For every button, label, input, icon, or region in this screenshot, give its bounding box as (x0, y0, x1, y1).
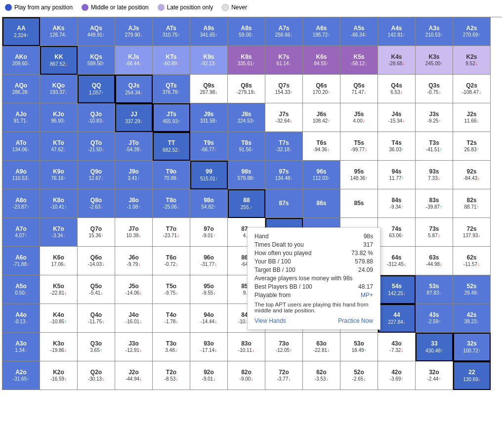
cell-8-4[interactable]: T6o-0.72↓ (153, 247, 190, 275)
cell-9-2[interactable]: Q5o-5.41↓ (78, 275, 115, 304)
cell-7-10[interactable]: 74s63.06↑ (378, 218, 416, 247)
cell-8-11[interactable]: 63s-44.98↓ (416, 247, 453, 275)
cell-6-1[interactable]: K8o-10.41↑ (40, 189, 78, 218)
cell-10-12[interactable]: 42s39.23↓ (453, 304, 491, 333)
cell-10-2[interactable]: Q4o-11.75↓ (78, 304, 115, 333)
cell-3-7[interactable]: J7s-32.64↓ (265, 103, 303, 132)
cell-3-5[interactable]: J9s331.58↑ (190, 103, 228, 132)
cell-2-0[interactable]: AQo286.28↓ (2, 75, 40, 103)
cell-1-8[interactable]: K6s84.55↑ (303, 46, 340, 75)
cell-3-3[interactable]: JJ337.29↓ (115, 103, 153, 132)
cell-11-3[interactable]: J3o-12.91↓ (115, 333, 153, 361)
cell-1-0[interactable]: AKo209.60↓ (2, 46, 40, 75)
cell-9-10[interactable]: 54s142.25↓ (378, 275, 416, 304)
cell-3-11[interactable]: J3s-9.25↑ (416, 103, 453, 132)
cell-3-0[interactable]: AJo91.71↓ (2, 103, 40, 132)
cell-11-11[interactable]: 33430.48↑ (416, 333, 453, 361)
cell-11-5[interactable]: 93o-17.14↓ (190, 333, 228, 361)
cell-0-3[interactable]: AJs279.90↓ (115, 17, 153, 46)
cell-12-7[interactable]: 72o-3.77↓ (265, 361, 303, 390)
cell-3-2[interactable]: QJo-10.83↓ (78, 103, 115, 132)
cell-11-1[interactable]: K3o-19.86↓ (40, 333, 78, 361)
cell-12-8[interactable]: 62o-3.53↓ (303, 361, 340, 390)
cell-0-7[interactable]: A7s256.66↓ (265, 17, 303, 46)
cell-9-11[interactable]: 53s87.83↓ (416, 275, 453, 304)
cell-7-5[interactable]: 97o-9.01↑ (190, 218, 228, 247)
cell-5-4[interactable]: T9o70.99↓ (153, 161, 190, 189)
cell-0-8[interactable]: A6s195.72↑ (303, 17, 340, 46)
cell-2-5[interactable]: Q9s267.98↓ (190, 75, 228, 103)
cell-3-8[interactable]: J6s108.42↑ (303, 103, 340, 132)
cell-0-0[interactable]: AA2,324↑ (2, 17, 40, 46)
cell-10-1[interactable]: K4o-10.85↑ (40, 304, 78, 333)
cell-11-4[interactable]: T3o3.48↓ (153, 333, 190, 361)
cell-4-5[interactable]: T9s-66.77↓ (190, 132, 228, 161)
cell-11-0[interactable]: A3o1.34↓ (2, 333, 40, 361)
cell-1-3[interactable]: KJs-66.44↓ (115, 46, 153, 75)
cell-5-7[interactable]: 97s134.48↓ (265, 161, 303, 189)
cell-6-10[interactable]: 84s-9.34↑ (378, 189, 416, 218)
cell-1-4[interactable]: KTs-60.89↓ (153, 46, 190, 75)
cell-2-7[interactable]: Q7s154.33↑ (265, 75, 303, 103)
cell-4-8[interactable]: T6s-94.36↓ (303, 132, 340, 161)
cell-9-5[interactable]: 95o-9.55↓ (190, 275, 228, 304)
cell-0-11[interactable]: A3s210.53↑ (416, 17, 453, 46)
cell-7-0[interactable]: A7o4.07↑ (2, 218, 40, 247)
cell-0-9[interactable]: A5s-66.34↓ (340, 17, 378, 46)
cell-6-11[interactable]: 83s-39.87↑ (416, 189, 453, 218)
cell-0-12[interactable]: A2s270.69↑ (453, 17, 491, 46)
cell-5-5[interactable]: 99515.01↑ (190, 161, 228, 189)
cell-11-7[interactable]: 73o-12.05↑ (265, 333, 303, 361)
cell-3-6[interactable]: J8s224.53↑ (228, 103, 265, 132)
cell-5-10[interactable]: 94s11.77↑ (378, 161, 416, 189)
cell-2-6[interactable]: Q8s-279.19↓ (228, 75, 265, 103)
cell-1-7[interactable]: K7s61.14↓ (265, 46, 303, 75)
cell-11-10[interactable]: 43o-7.32↓ (378, 333, 416, 361)
cell-6-6[interactable]: 88255.↑ (228, 189, 265, 218)
cell-7-1[interactable]: K7o-3.34↓ (40, 218, 78, 247)
cell-5-8[interactable]: 96s112.03↑ (303, 161, 340, 189)
cell-0-4[interactable]: ATs310.75↑ (153, 17, 190, 46)
cell-10-3[interactable]: J4o-16.01↓ (115, 304, 153, 333)
cell-2-3[interactable]: QJs254.34↓ (115, 75, 153, 103)
cell-7-11[interactable]: 73s5.87↓ (416, 218, 453, 247)
cell-6-8[interactable]: 86s (303, 189, 340, 218)
cell-1-9[interactable]: K5s-58.12↓ (340, 46, 378, 75)
cell-4-11[interactable]: T3s-41.51↑ (416, 132, 453, 161)
cell-2-9[interactable]: Q5s71.47↓ (340, 75, 378, 103)
cell-5-3[interactable]: J9o3.41↑ (115, 161, 153, 189)
cell-7-4[interactable]: T7o-23.71↓ (153, 218, 190, 247)
cell-6-9[interactable]: 85s (340, 189, 378, 218)
cell-2-4[interactable]: QTs376.78↑ (153, 75, 190, 103)
cell-6-5[interactable]: 98o54.82↑ (190, 189, 228, 218)
cell-6-2[interactable]: Q8o-2.63↓ (78, 189, 115, 218)
cell-3-1[interactable]: KJo95.93↓ (40, 103, 78, 132)
cell-6-4[interactable]: T8o-25.06↓ (153, 189, 190, 218)
cell-3-12[interactable]: J2s11.66↓ (453, 103, 491, 132)
cell-10-0[interactable]: A4o-0.13↓ (2, 304, 40, 333)
cell-7-2[interactable]: Q7o15.36↑ (78, 218, 115, 247)
cell-12-0[interactable]: A2o-31.65↑ (2, 361, 40, 390)
cell-1-6[interactable]: K8s335.61↑ (228, 46, 265, 75)
cell-8-1[interactable]: K6o17.06↓ (40, 247, 78, 275)
cell-4-10[interactable]: T4s36.03↑ (378, 132, 416, 161)
cell-11-9[interactable]: 53o18.49↑ (340, 333, 378, 361)
cell-5-9[interactable]: 95s148.36↑ (340, 161, 378, 189)
cell-5-12[interactable]: 92s-84.43↓ (453, 161, 491, 189)
cell-8-5[interactable]: 96o-31.77↓ (190, 247, 228, 275)
cell-4-4[interactable]: TT682.52↓ (153, 132, 190, 161)
cell-12-11[interactable]: 32o-2.44↑ (416, 361, 453, 390)
cell-2-1[interactable]: KQo193.37↓ (40, 75, 78, 103)
cell-7-3[interactable]: J7o10.39↓ (115, 218, 153, 247)
cell-5-11[interactable]: 93s7.33↓ (416, 161, 453, 189)
practice-now-link[interactable]: Practice Now (338, 317, 373, 324)
cell-9-12[interactable]: 52s29.49↓ (453, 275, 491, 304)
cell-3-10[interactable]: J4s-15.34↓ (378, 103, 416, 132)
cell-12-3[interactable]: J2o-44.94↓ (115, 361, 153, 390)
cell-8-10[interactable]: 64s-312.45↓ (378, 247, 416, 275)
cell-1-12[interactable]: K2s9.52↓ (453, 46, 491, 75)
cell-9-4[interactable]: T5o-9.75↓ (153, 275, 190, 304)
cell-1-11[interactable]: K3s245.00↑ (416, 46, 453, 75)
cell-12-2[interactable]: Q2o-30.13↓ (78, 361, 115, 390)
cell-1-10[interactable]: K4s-28.68↓ (378, 46, 416, 75)
